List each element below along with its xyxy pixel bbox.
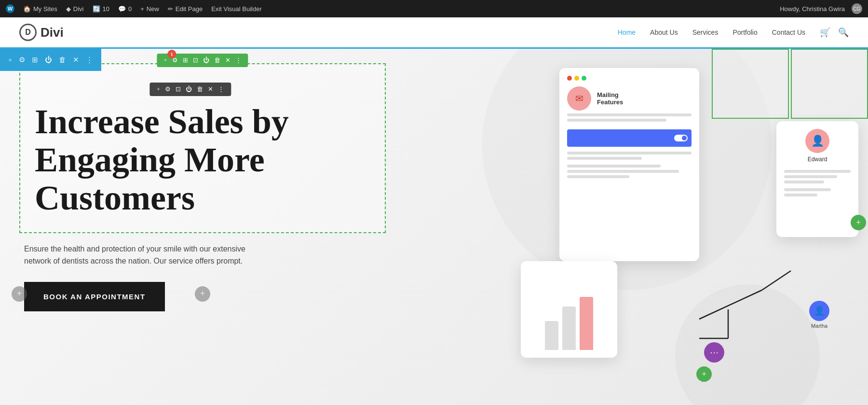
dot-yellow <box>574 76 579 81</box>
ph-line <box>567 157 642 160</box>
ph-line <box>567 119 666 122</box>
section-add-button[interactable]: + <box>8 56 12 64</box>
add-row-left[interactable]: + <box>12 286 27 302</box>
hero-title: Increase Sales by Engaging More Customer… <box>30 98 375 223</box>
add-row-right[interactable]: + <box>851 215 866 230</box>
exit-vb-menu[interactable]: Exit Visual Builder <box>211 5 262 13</box>
module-add-button[interactable]: + <box>157 85 160 93</box>
row-add-button[interactable]: + <box>163 56 167 64</box>
edit-page-label: Edit Page <box>176 5 203 13</box>
admin-bar: W 🏠 My Sites ◆ Divi 🔄 10 💬 0 + New ✏ Edi… <box>0 0 868 17</box>
row-toolbar-1: + ⚙ ⊞ ⊡ ⏻ 🗑 ✕ ⋮ 1 <box>157 54 248 67</box>
hero-left: + ⚙ ⊞ ⊡ ⏻ 🗑 ✕ ⋮ 1 + ⚙ ⊡ ⏻ 🗑 ✕ <box>19 63 386 311</box>
section-columns-button[interactable]: ⊞ <box>32 56 38 64</box>
new-menu[interactable]: + New <box>140 5 159 13</box>
ph-line <box>784 181 824 183</box>
hero-description: Ensure the health and protection of your… <box>19 243 256 267</box>
vb-section-toolbar: + ⚙ ⊞ ⏻ 🗑 ✕ ⋮ <box>0 49 101 71</box>
wordpress-icon: W <box>6 4 14 13</box>
ph-line <box>567 165 661 168</box>
logo-text: Divi <box>41 25 64 40</box>
user-avatar[interactable]: CG <box>852 3 862 14</box>
card-dots <box>567 76 692 81</box>
chart-bar-2 <box>562 307 576 350</box>
site-logo[interactable]: D Divi <box>19 24 64 41</box>
edit-page-menu[interactable]: ✏ Edit Page <box>168 5 203 13</box>
module-settings-button[interactable]: ⚙ <box>165 85 171 93</box>
nav-services[interactable]: Services <box>692 28 719 36</box>
svg-line-1 <box>762 271 791 290</box>
row-duplicate-button[interactable]: ⊡ <box>193 56 198 64</box>
exit-vb-label: Exit Visual Builder <box>211 5 262 13</box>
module-close-button[interactable]: ✕ <box>208 85 213 93</box>
updates-count: 10 <box>103 5 109 13</box>
module-trash-button[interactable]: 🗑 <box>197 85 203 93</box>
section-more-button[interactable]: ⋮ <box>86 56 93 64</box>
nav-home[interactable]: Home <box>618 28 636 36</box>
logo-letter: D <box>25 28 31 37</box>
ph-line <box>567 152 692 154</box>
module-power-button[interactable]: ⏻ <box>186 85 192 93</box>
dot-green <box>582 76 586 81</box>
add-column-center[interactable]: + <box>195 286 210 302</box>
module-more-button[interactable]: ⋮ <box>218 85 224 93</box>
profile-name-edward: Edward <box>808 156 827 163</box>
ph-line <box>784 188 831 191</box>
module-toolbar: + ⚙ ⊡ ⏻ 🗑 ✕ ⋮ <box>150 83 231 96</box>
ph-line <box>567 170 679 173</box>
section-settings-button[interactable]: ⚙ <box>19 56 25 64</box>
placeholder-lines-2 <box>567 152 692 178</box>
nav-portfolio[interactable]: Portfolio <box>732 28 757 36</box>
purple-dots-button[interactable]: ⋯ <box>704 342 724 363</box>
cart-icon[interactable]: 🛒 <box>820 27 830 38</box>
pencil-icon: ✏ <box>168 5 173 13</box>
my-sites-icon: 🏠 <box>23 5 31 13</box>
mailing-info: Mailing Features <box>597 91 623 106</box>
howdy-label: Howdy, Christina Gwira <box>780 5 845 13</box>
ph-line <box>567 113 692 116</box>
book-appointment-button[interactable]: Book An Appointment <box>24 282 165 311</box>
divi-label: Divi <box>73 5 84 13</box>
section-trash-button[interactable]: 🗑 <box>59 56 66 64</box>
mailing-subtitle: Features <box>597 98 623 106</box>
section-close-button[interactable]: ✕ <box>73 56 79 64</box>
site-header: D Divi Home About Us Services Portfolio … <box>0 17 868 49</box>
mailing-row: ✉ Mailing Features <box>567 86 692 111</box>
nav-about[interactable]: About Us <box>650 28 678 36</box>
profile-avatar-edward: 👤 <box>805 129 829 153</box>
user-name-martha: Martha <box>811 323 827 329</box>
new-label: New <box>147 5 159 13</box>
ui-card-main: ✉ Mailing Features <box>559 68 699 261</box>
toggle-button[interactable] <box>674 135 688 141</box>
ph-line <box>784 170 851 173</box>
mail-icon: ✉ <box>567 86 591 111</box>
wp-logo[interactable]: W <box>6 4 14 13</box>
plus-icon: + <box>140 5 144 13</box>
comments-count: 0 <box>128 5 132 13</box>
row-columns-button[interactable]: ⊞ <box>183 56 188 64</box>
toolbar-badge: 1 <box>167 50 176 58</box>
user-badge-martha: 👤 Martha <box>809 301 829 329</box>
chart-bar-3 <box>580 297 593 350</box>
updates-menu[interactable]: 🔄 10 <box>93 5 109 13</box>
section-power-button[interactable]: ⏻ <box>45 56 52 64</box>
add-bottom-button[interactable]: + <box>696 366 712 382</box>
ph-line <box>784 194 817 196</box>
divi-menu[interactable]: ◆ Divi <box>66 5 84 13</box>
profile-lines <box>784 168 851 196</box>
module-duplicate-button[interactable]: ⊡ <box>176 85 181 93</box>
search-icon[interactable]: 🔍 <box>838 27 849 38</box>
hero-illustration: ✉ Mailing Features <box>521 58 858 387</box>
divi-icon: ◆ <box>66 5 71 13</box>
row-more-button[interactable]: ⋮ <box>235 56 242 64</box>
row-close-button[interactable]: ✕ <box>225 56 231 64</box>
row-trash-button[interactable]: 🗑 <box>214 56 220 64</box>
nav-contact[interactable]: Contact Us <box>772 28 805 36</box>
row-power-button[interactable]: ⏻ <box>203 56 209 64</box>
comments-menu[interactable]: 💬 0 <box>118 5 132 13</box>
chart-bar-1 <box>545 321 558 350</box>
placeholder-lines-1 <box>567 113 692 122</box>
ph-line <box>784 175 837 178</box>
my-sites-label: My Sites <box>33 5 57 13</box>
my-sites-menu[interactable]: 🏠 My Sites <box>23 5 57 13</box>
